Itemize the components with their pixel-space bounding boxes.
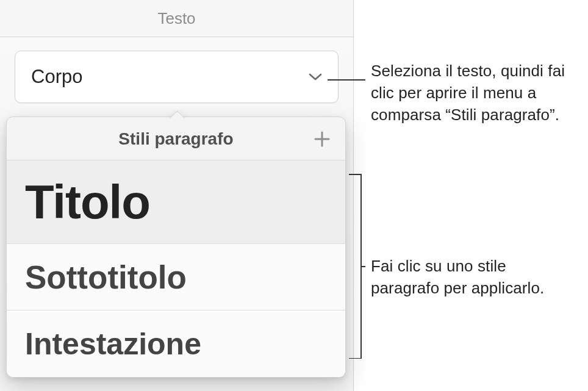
plus-icon — [314, 131, 331, 148]
callout-leader-1 — [328, 79, 365, 81]
callout-bracket — [349, 174, 361, 359]
popover-pointer — [167, 110, 187, 118]
popover-title: Stili paragrafo — [41, 129, 311, 149]
text-inspector-panel: Testo Corpo Stili paragrafo Titolo Sotto… — [0, 0, 354, 391]
paragraph-style-current: Corpo — [31, 66, 82, 88]
style-item-label: Intestazione — [25, 326, 201, 362]
paragraph-styles-popover: Stili paragrafo Titolo Sottotitolo Intes… — [6, 117, 346, 378]
paragraph-style-list: Titolo Sottotitolo Intestazione — [7, 160, 345, 377]
style-item-label: Sottotitolo — [25, 259, 187, 296]
style-item-intestazione[interactable]: Intestazione — [7, 310, 345, 377]
add-style-button[interactable] — [311, 128, 333, 150]
callout-text-1: Seleziona il testo, quindi fai clic per … — [371, 60, 582, 126]
callout-leader-2 — [361, 266, 365, 267]
style-item-titolo[interactable]: Titolo — [7, 160, 345, 244]
style-item-sottotitolo[interactable]: Sottotitolo — [7, 244, 345, 310]
panel-header: Testo — [0, 0, 353, 37]
panel-header-label: Testo — [157, 9, 195, 27]
style-item-label: Titolo — [25, 174, 150, 230]
paragraph-style-dropdown[interactable]: Corpo — [15, 51, 339, 103]
callout-text-2: Fai clic su uno stile paragrafo per appl… — [371, 256, 572, 300]
popover-header: Stili paragrafo — [7, 117, 345, 160]
chevron-down-icon — [309, 73, 322, 81]
